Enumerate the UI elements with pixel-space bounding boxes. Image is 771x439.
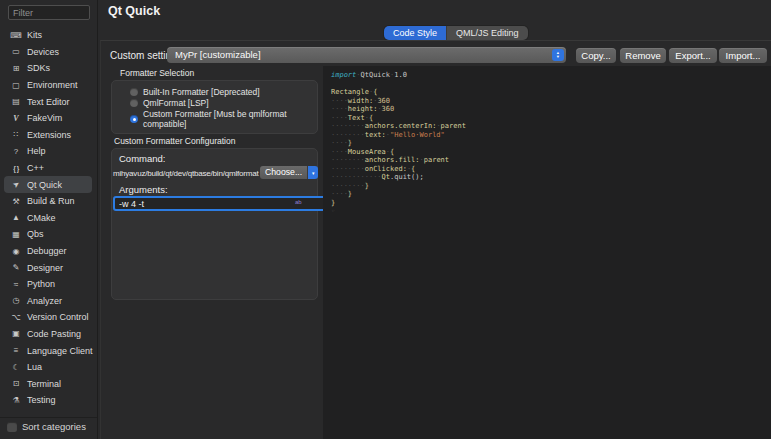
choose-button-label[interactable]: Choose... — [260, 166, 307, 179]
sidebar-item-label: Designer — [27, 263, 63, 273]
radio-selected-icon[interactable] — [130, 115, 138, 123]
remove-button[interactable]: Remove — [620, 48, 666, 63]
sidebar-item-cpp[interactable]: { } C++ — [4, 160, 92, 177]
sidebar-item-label: SDKs — [27, 63, 50, 73]
qbs-icon: ▦ — [9, 230, 23, 239]
sidebar-item-label: Text Editor — [27, 97, 70, 107]
sidebar-item-devices[interactable]: ▭ Devices — [4, 44, 92, 61]
sidebar-item-debugger[interactable]: ◉ Debugger — [4, 243, 92, 260]
tab-qmljs-editing[interactable]: QML/JS Editing — [446, 26, 528, 40]
sidebar-item-environment[interactable]: ▢ Environment — [4, 77, 92, 94]
radio-built-in-formatter[interactable]: Built-In Formatter [Deprecated] — [130, 87, 260, 97]
sidebar-item-text-editor[interactable]: ▤ Text Editor — [4, 93, 92, 110]
tab-code-style[interactable]: Code Style — [384, 26, 446, 40]
code-pasting-icon: ▣ — [9, 329, 23, 338]
formatter-selection-group: Built-In Formatter [Deprecated] QmlForma… — [111, 80, 318, 134]
custom-settings-select[interactable]: MyPr [customizable] ▴▾ — [167, 47, 566, 63]
filter-input[interactable] — [8, 5, 90, 20]
build-run-icon: ⚒ — [9, 197, 23, 206]
radio-qmlformat-lsp[interactable]: QmlFormat [LSP] — [130, 98, 209, 108]
debugger-icon: ◉ — [9, 247, 23, 256]
custom-formatter-configuration-title: Custom Formatter Configuration — [114, 136, 235, 146]
code-line — [331, 80, 771, 89]
sidebar-item-build-run[interactable]: ⚒ Build & Run — [4, 193, 92, 210]
sidebar-item-lua[interactable]: ☾ Lua — [4, 359, 92, 376]
sort-categories[interactable]: Sort categories — [7, 421, 86, 432]
sort-categories-label: Sort categories — [22, 421, 86, 432]
python-icon: ≈ — [9, 280, 23, 289]
export-button[interactable]: Export... — [669, 48, 717, 63]
select-stepper-icon[interactable]: ▴▾ — [552, 49, 564, 61]
sidebar-item-label: Extensions — [27, 130, 71, 140]
sidebar-item-extensions[interactable]: ∷ Extensions — [4, 127, 92, 144]
sidebar-item-designer[interactable]: ✎ Designer — [4, 259, 92, 276]
radio-label: QmlFormat [LSP] — [143, 98, 209, 108]
code-line: ········onClicked:·{ — [331, 165, 771, 174]
sidebar-item-fakevim[interactable]: V FakeVim — [4, 110, 92, 127]
code-line: ····MouseArea·{ — [331, 148, 771, 157]
environment-icon: ▢ — [9, 81, 23, 90]
kits-icon: ⌨ — [9, 31, 23, 40]
command-path-value: mihyavuz/build/qt/dev/qtbase/bin/qmlform… — [113, 169, 259, 178]
import-button[interactable]: Import... — [719, 48, 767, 63]
code-line: ····} — [331, 190, 771, 199]
choose-dropdown-icon[interactable]: ▾ — [307, 166, 318, 179]
cpp-icon: { } — [9, 165, 23, 172]
sidebar-item-label: Kits — [27, 30, 42, 40]
insert-variable-icon[interactable]: ab — [295, 199, 302, 205]
sidebar-item-analyzer[interactable]: ◷ Analyzer — [4, 293, 92, 310]
code-line: ····width:·360 — [331, 97, 771, 106]
sidebar-item-label: Terminal — [27, 379, 61, 389]
sidebar-item-cmake[interactable]: ▲ CMake — [4, 210, 92, 227]
lua-icon: ☾ — [9, 363, 23, 372]
sidebar-item-sdks[interactable]: ⊞ SDKs — [4, 60, 92, 77]
sidebar-item-version-control[interactable]: ⌥ Version Control — [4, 309, 92, 326]
version-control-icon: ⌥ — [9, 313, 23, 322]
copy-button[interactable]: Copy... — [576, 48, 616, 63]
sidebar-item-qbs[interactable]: ▦ Qbs — [4, 226, 92, 243]
sidebar-item-label: Python — [27, 279, 55, 289]
sidebar-item-label: C++ — [27, 163, 44, 173]
sidebar-item-python[interactable]: ≈ Python — [4, 276, 92, 293]
sidebar-item-kits[interactable]: ⌨ Kits — [4, 27, 92, 44]
sort-categories-checkbox[interactable] — [7, 422, 17, 432]
choose-button[interactable]: Choose... ▾ — [260, 166, 318, 179]
code-preview[interactable]: import·QtQuick·1.0Rectangle·{····width:·… — [323, 66, 771, 439]
sidebar-item-label: Code Pasting — [27, 329, 81, 339]
radio-icon[interactable] — [130, 88, 138, 96]
sidebar-item-testing[interactable]: ⚗ Testing — [4, 392, 92, 409]
sidebar-item-label: Qt Quick — [27, 180, 62, 190]
radio-custom-formatter[interactable]: Custom Formatter [Must be qmlformat comp… — [130, 109, 317, 129]
sidebar-item-label: Build & Run — [27, 196, 75, 206]
sidebar-item-qt-quick[interactable]: ➤ Qt Quick — [4, 176, 92, 193]
sidebar-item-label: Devices — [27, 47, 59, 57]
tab-bar: Code Style QML/JS Editing — [384, 26, 528, 40]
extensions-icon: ∷ — [9, 130, 23, 139]
devices-icon: ▭ — [9, 47, 23, 56]
code-line: ········text:·"Hello·World" — [331, 131, 771, 140]
terminal-icon: ⊡ — [9, 379, 23, 388]
sidebar-item-label: Language Client — [27, 346, 93, 356]
cmake-icon: ▲ — [9, 213, 23, 222]
sidebar-item-terminal[interactable]: ⊡ Terminal — [4, 375, 92, 392]
sidebar-item-code-pasting[interactable]: ▣ Code Pasting — [4, 326, 92, 343]
radio-label: Custom Formatter [Must be qmlformat comp… — [143, 109, 317, 129]
analyzer-icon: ◷ — [9, 296, 23, 305]
sidebar-item-help[interactable]: ? Help — [4, 143, 92, 160]
qt-quick-icon: ➤ — [9, 180, 23, 189]
sidebar: ⌨ Kits ▭ Devices ⊞ SDKs ▢ Environment ▤ … — [0, 0, 98, 439]
code-line: ········anchors.centerIn:·parent — [331, 122, 771, 131]
sidebar-item-language-client[interactable]: ≡ Language Client — [4, 342, 92, 359]
sidebar-item-label: Qbs — [27, 229, 44, 239]
code-line: import·QtQuick·1.0 — [331, 71, 771, 80]
radio-icon[interactable] — [130, 99, 138, 107]
designer-icon: ✎ — [9, 263, 23, 272]
sidebar-item-label: FakeVim — [27, 113, 62, 123]
help-icon: ? — [9, 147, 23, 156]
sidebar-item-label: CMake — [27, 213, 56, 223]
sidebar-divider — [0, 417, 97, 418]
fakevim-icon: V — [9, 114, 23, 123]
code-line: } — [331, 199, 771, 208]
code-line: ········} — [331, 182, 771, 191]
code-line: ····} — [331, 139, 771, 148]
